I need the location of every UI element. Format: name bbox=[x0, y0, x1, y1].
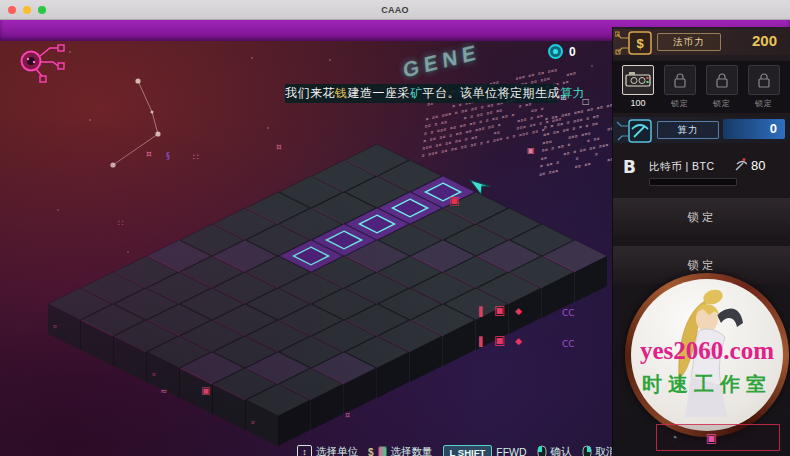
game-viewport[interactable]: GENE ¤¤¤¤¤¤¤¤¤¤¤¤¤¤¤¤¤¤¤¤¤¤¤¤¤¤¤¤ 我们来花钱建… bbox=[0, 19, 612, 456]
hint-ffwd: L SHIFT FFWD bbox=[443, 445, 527, 456]
unit-slot-miner[interactable]: 100 bbox=[623, 65, 653, 113]
constellation-lines bbox=[113, 81, 158, 165]
svg-text:¤: ¤ bbox=[251, 419, 255, 426]
svg-text:¤: ¤ bbox=[53, 323, 57, 330]
hashpower-row: 算力 0 bbox=[613, 117, 790, 143]
hint-ffwd-label: FFWD bbox=[496, 446, 526, 456]
fiat-label: 法币力 bbox=[657, 33, 721, 51]
lock-icon bbox=[664, 65, 696, 95]
bitcoin-icon: B bbox=[623, 157, 636, 177]
tooltip-segment: 平台。该单位将定期生成 bbox=[423, 86, 561, 100]
hashpower-label: 算力 bbox=[657, 121, 719, 139]
svg-text:¤: ¤ bbox=[152, 371, 156, 378]
tooltip-segment: 钱 bbox=[335, 86, 348, 100]
locked-label: 锁定 bbox=[671, 98, 689, 109]
tooltip-segment: 我们来花 bbox=[285, 86, 335, 100]
locked-label: 锁定 bbox=[755, 98, 773, 109]
hashpower-value: 0 bbox=[723, 119, 785, 139]
mouse-right-click-icon bbox=[582, 445, 592, 456]
unit-slot-locked-3[interactable]: 锁定 bbox=[749, 65, 779, 113]
hint-confirm-label: 确认 bbox=[551, 445, 572, 456]
hint-select-quantity: $ 选择数量 bbox=[368, 445, 433, 456]
unit-slot-locked-1[interactable]: 锁定 bbox=[665, 65, 695, 113]
lock-icon bbox=[706, 65, 738, 95]
hint-select-unit-label: 选择单位 bbox=[316, 445, 358, 456]
hashpower-chip-icon bbox=[615, 118, 655, 144]
svg-text:$: $ bbox=[636, 36, 644, 51]
pink-tag-icon: ▣ bbox=[706, 432, 717, 444]
gem-count: 0 bbox=[569, 45, 576, 59]
tooltip-segment: 建造一座采 bbox=[348, 86, 411, 100]
lshift-key-icon: L SHIFT bbox=[443, 445, 493, 456]
hint-confirm: 确认 bbox=[537, 445, 572, 456]
pickaxe-icon bbox=[733, 157, 747, 172]
hint-select-quantity-label: 选择数量 bbox=[391, 445, 433, 456]
hint-select-unit: ↕ 选择单位 bbox=[297, 445, 358, 456]
hint-cancel-label: 取消 bbox=[596, 445, 612, 456]
watermark-site-text: yes2060.com bbox=[631, 337, 783, 365]
gem-icon bbox=[548, 44, 563, 59]
watermark-badge: yes2060.com 时速工作室 bbox=[625, 273, 789, 437]
dollar-icon: $ bbox=[368, 447, 374, 456]
unit-slot-locked-2[interactable]: 锁定 bbox=[707, 65, 737, 113]
mouse-wheel-icon bbox=[378, 446, 387, 456]
watermark-image: yes2060.com 时速工作室 bbox=[631, 279, 783, 431]
fiat-chip-icon: $ bbox=[615, 30, 655, 56]
gem-counter: 0 bbox=[548, 44, 576, 59]
locked-label: 锁定 bbox=[713, 98, 731, 109]
control-hints-bar: ↕ 选择单位 $ 选择数量 L SHIFT FFWD 确认 bbox=[297, 442, 612, 456]
tooltip-segment: 算力 bbox=[560, 86, 585, 100]
hint-cancel: 取消 bbox=[582, 445, 612, 456]
fiat-value: 200 bbox=[752, 32, 777, 49]
tooltip-segment: 矿 bbox=[410, 86, 423, 100]
corner-menu-button[interactable]: ◔ ▣ bbox=[656, 424, 780, 451]
btc-progress-bar bbox=[649, 178, 737, 186]
app-window: GENE ¤¤¤¤¤¤¤¤¤¤¤¤¤¤¤¤¤¤¤¤¤¤¤¤¤¤¤¤ 我们来花钱建… bbox=[0, 0, 790, 456]
miner-cost: 100 bbox=[630, 98, 645, 108]
btc-name: 比特币 | BTC bbox=[649, 160, 715, 174]
miner-rig-icon bbox=[622, 65, 654, 95]
network-node-icon[interactable] bbox=[12, 40, 70, 86]
tutorial-tooltip: 我们来花钱建造一座采矿平台。该单位将定期生成算力 bbox=[285, 84, 557, 103]
btc-rate: 80 bbox=[751, 158, 765, 173]
fiat-currency-row: $ 法币力 200 bbox=[613, 29, 790, 55]
updown-key-icon: ↕ bbox=[297, 445, 312, 456]
window-title: CAAO bbox=[0, 5, 790, 15]
watermark-studio-text: 时速工作室 bbox=[631, 371, 783, 398]
lock-icon bbox=[748, 65, 780, 95]
unit-slots-row: 100 锁定 锁定 锁定 bbox=[613, 61, 790, 113]
macos-titlebar: CAAO bbox=[0, 0, 790, 20]
mouse-left-click-icon bbox=[537, 445, 547, 456]
locked-section-1[interactable]: 锁定 bbox=[613, 198, 790, 236]
btc-row: B 比特币 | BTC 80 bbox=[613, 151, 790, 191]
swirl-icon: ◔ bbox=[670, 431, 678, 444]
